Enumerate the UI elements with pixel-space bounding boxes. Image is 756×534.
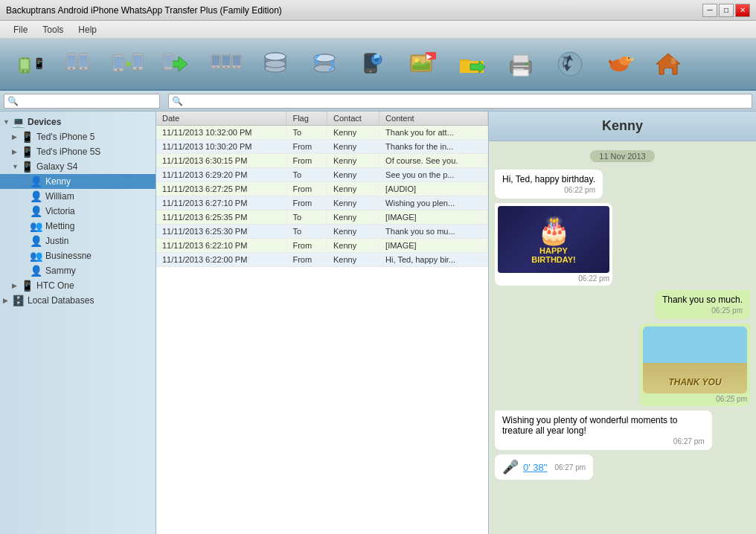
chat-time-2: 06:22 pm bbox=[498, 274, 609, 283]
print-icon bbox=[503, 46, 539, 82]
table-row[interactable]: 11/11/2013 6:25:30 PM To Kenny Thank you… bbox=[156, 225, 488, 239]
sidebar-item-victoria[interactable]: 👤 Victoria bbox=[0, 204, 156, 219]
sidebar-item-sammy[interactable]: 👤 Sammy bbox=[0, 263, 156, 278]
toolbar-devices[interactable] bbox=[204, 42, 249, 86]
svg-point-25 bbox=[215, 66, 217, 68]
table-row[interactable]: 11/11/2013 10:32:00 PM To Kenny Thank yo… bbox=[156, 126, 488, 140]
table-row[interactable]: 11/11/2013 6:22:10 PM From Kenny [IMAGE] bbox=[156, 239, 488, 253]
iphone5-arrow: ▶ bbox=[12, 133, 21, 141]
left-search-input[interactable] bbox=[22, 97, 141, 106]
main-area: ▼ 💻 Devices ▶ 📱 Ted's iPhone 5 ▶ 📱 Ted's… bbox=[0, 112, 756, 534]
music-phone-icon bbox=[356, 46, 391, 82]
table-row[interactable]: 11/11/2013 6:27:10 PM From Kenny Wishing… bbox=[156, 196, 488, 210]
menu-bar: File Tools Help bbox=[0, 21, 756, 39]
sidebar-item-devices[interactable]: ▼ 💻 Devices bbox=[0, 115, 156, 129]
svg-point-61 bbox=[525, 62, 528, 65]
table-row[interactable]: 11/11/2013 10:30:20 PM From Kenny Thanks… bbox=[156, 140, 488, 154]
chat-text-5: Wishing you plenty of wonderful moments … bbox=[502, 415, 677, 436]
toolbar-music-phone[interactable] bbox=[351, 42, 396, 86]
toolbar-print[interactable] bbox=[499, 42, 543, 86]
cell-date: 11/11/2013 10:32:00 PM bbox=[156, 126, 286, 140]
cell-content: Hi, Ted, happy bir... bbox=[379, 253, 488, 267]
svg-rect-60 bbox=[513, 70, 528, 76]
local-db-arrow: ▶ bbox=[3, 297, 12, 304]
table-row[interactable]: 11/11/2013 6:27:25 PM From Kenny [AUDIO] bbox=[156, 182, 488, 196]
sidebar-item-teds-iphone5s[interactable]: ▶ 📱 Ted's iPhone 5S bbox=[0, 144, 156, 159]
sidebar: ▼ 💻 Devices ▶ 📱 Ted's iPhone 5 ▶ 📱 Ted's… bbox=[0, 112, 156, 534]
toolbar-transfer[interactable] bbox=[106, 42, 150, 86]
menu-tools[interactable]: Tools bbox=[35, 23, 71, 36]
svg-marker-16 bbox=[126, 61, 132, 67]
menu-file[interactable]: File bbox=[6, 23, 35, 36]
cell-date: 11/11/2013 6:22:00 PM bbox=[156, 253, 286, 267]
victoria-icon: 👤 bbox=[30, 205, 42, 217]
toolbar-sync[interactable] bbox=[302, 42, 347, 86]
iphone5-label: Ted's iPhone 5 bbox=[36, 132, 94, 142]
sidebar-item-teds-iphone5[interactable]: ▶ 📱 Ted's iPhone 5 bbox=[0, 129, 156, 144]
cell-flag: From bbox=[286, 154, 327, 168]
minimize-button[interactable]: ─ bbox=[702, 4, 717, 17]
svg-rect-22 bbox=[164, 55, 172, 67]
svg-rect-18 bbox=[133, 55, 142, 67]
toolbar-recycle[interactable] bbox=[548, 42, 592, 86]
toolbar-home[interactable] bbox=[646, 42, 691, 86]
database-icon bbox=[257, 46, 293, 82]
table-row[interactable]: 11/11/2013 6:25:35 PM To Kenny [IMAGE] bbox=[156, 210, 488, 225]
cell-date: 11/11/2013 10:30:20 PM bbox=[156, 140, 286, 154]
chat-header: Kenny bbox=[489, 112, 756, 141]
toolbar-photos[interactable]: ▶ bbox=[400, 42, 445, 86]
cell-flag: From bbox=[286, 182, 327, 196]
sidebar-item-kenny[interactable]: 👤 Kenny bbox=[0, 174, 156, 189]
sidebar-item-htc-one[interactable]: ▶ 📱 HTC One bbox=[0, 278, 156, 293]
chat-messages[interactable]: 11 Nov 2013 Hi, Ted, happy birthday. 06:… bbox=[489, 141, 756, 534]
menu-help[interactable]: Help bbox=[71, 23, 104, 36]
right-search-input[interactable] bbox=[186, 97, 752, 106]
sidebar-item-justin[interactable]: 👤 Justin bbox=[0, 234, 156, 248]
cell-date: 11/11/2013 6:27:25 PM bbox=[156, 182, 286, 196]
thankyou-image: THANK YOU bbox=[643, 326, 747, 393]
sidebar-item-galaxy-s4[interactable]: ▼ 📱 Galaxy S4 bbox=[0, 159, 156, 174]
cell-contact: Kenny bbox=[327, 168, 379, 182]
toolbar-database[interactable] bbox=[253, 42, 298, 86]
search-area: 🔍 🔍 bbox=[0, 91, 756, 112]
cell-content: Wishing you plen... bbox=[379, 196, 488, 210]
sidebar-item-metting[interactable]: 👥 Metting bbox=[0, 219, 156, 234]
svg-point-5 bbox=[27, 58, 28, 59]
metting-label: Metting bbox=[45, 221, 74, 231]
table-row[interactable]: 11/11/2013 6:30:15 PM From Kenny Of cour… bbox=[156, 154, 488, 168]
mic-icon: 🎤 bbox=[502, 459, 519, 475]
cell-flag: To bbox=[286, 168, 327, 182]
svg-rect-68 bbox=[665, 68, 671, 74]
cell-date: 11/11/2013 6:30:15 PM bbox=[156, 154, 286, 168]
home-icon bbox=[650, 46, 686, 82]
bird-icon bbox=[601, 46, 637, 82]
message-table: Date Flag Contact Content 11/11/2013 10:… bbox=[156, 112, 488, 267]
svg-rect-8 bbox=[68, 55, 75, 67]
toolbar-folder-export[interactable] bbox=[449, 42, 494, 86]
sidebar-item-businessne[interactable]: 👥 Businessne bbox=[0, 248, 156, 263]
message-list[interactable]: Date Flag Contact Content 11/11/2013 10:… bbox=[156, 112, 488, 534]
window-title: Backuptrans Android iPhone WhatsApp Tran… bbox=[6, 5, 282, 16]
maximize-button[interactable]: □ bbox=[719, 4, 734, 17]
table-row[interactable]: 11/11/2013 6:22:00 PM From Kenny Hi, Ted… bbox=[156, 253, 488, 267]
local-db-label: Local Databases bbox=[28, 295, 94, 306]
sidebar-item-local-databases[interactable]: ▶ 🗄️ Local Databases bbox=[0, 293, 156, 308]
toolbar-export[interactable] bbox=[155, 42, 199, 86]
chat-time-4: 06:25 pm bbox=[643, 395, 747, 403]
table-row[interactable]: 11/11/2013 6:29:20 PM To Kenny See you o… bbox=[156, 168, 488, 182]
audio-duration[interactable]: 0' 38" bbox=[523, 462, 547, 473]
sidebar-item-william[interactable]: 👤 William bbox=[0, 189, 156, 204]
cell-flag: From bbox=[286, 140, 327, 154]
htc-icon: 📱 bbox=[21, 280, 33, 292]
justin-icon: 👤 bbox=[30, 235, 42, 247]
col-flag: Flag bbox=[286, 112, 327, 126]
toolbar-android-transfer[interactable]: 📱 bbox=[7, 42, 52, 86]
toolbar-iphone-backup[interactable] bbox=[57, 42, 101, 86]
iphone5s-label: Ted's iPhone 5S bbox=[36, 147, 100, 157]
recycle-icon bbox=[552, 46, 588, 82]
toolbar-bird[interactable] bbox=[597, 42, 641, 86]
cell-contact: Kenny bbox=[327, 225, 379, 239]
close-button[interactable]: ✕ bbox=[735, 4, 750, 17]
iphone5s-arrow: ▶ bbox=[12, 148, 21, 155]
justin-label: Justin bbox=[45, 236, 68, 246]
